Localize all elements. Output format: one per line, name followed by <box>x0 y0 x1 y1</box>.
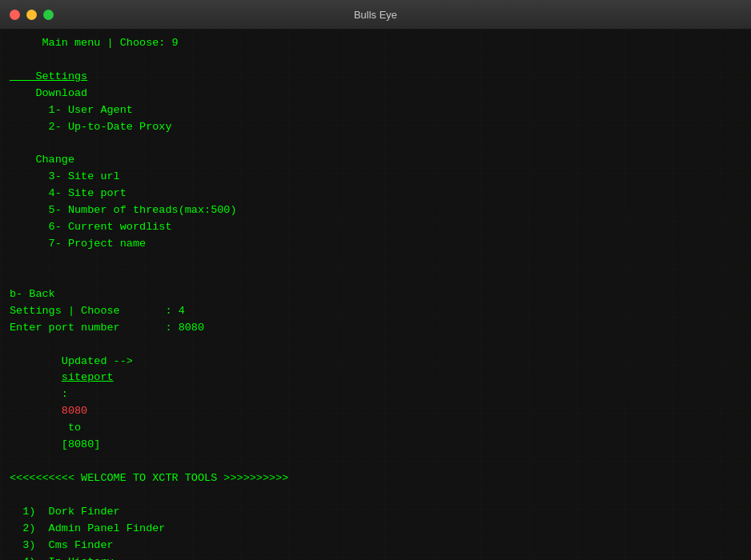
blank-line-4 <box>10 270 741 286</box>
terminal-content: Main menu | Choose: 9 Settings Download … <box>10 35 741 560</box>
menu-item-7: 7- Project name <box>10 236 741 253</box>
enter-port-line: Enter port number : 8080 <box>10 320 741 337</box>
maximize-button[interactable] <box>43 10 54 20</box>
updated-new-value: [8080] <box>62 438 101 450</box>
titlebar: Bulls Eye <box>0 0 751 29</box>
blank-line-1 <box>10 52 741 69</box>
prev-menu-line: Main menu | Choose: 9 <box>10 35 741 52</box>
settings-heading: Settings <box>10 69 741 86</box>
back-line: b- Back <box>10 286 741 303</box>
minimize-button[interactable] <box>26 10 37 20</box>
blank-line-5 <box>10 487 741 504</box>
main-window: Bulls Eye Main menu | Choose: 9 Settings… <box>0 0 751 560</box>
main-menu-item-2: 2) Admin Panel Finder <box>10 521 741 538</box>
close-button[interactable] <box>10 10 20 20</box>
blank-line-2 <box>10 136 741 153</box>
download-heading: Download <box>10 86 741 102</box>
main-menu-item-3: 3) Cms Finder <box>10 538 741 554</box>
menu-item-3: 3- Site url <box>10 169 741 186</box>
terminal-body: Main menu | Choose: 9 Settings Download … <box>0 29 751 560</box>
updated-red-value: 8080 <box>62 405 87 417</box>
updated-prefix: Updated --> <box>62 355 139 367</box>
updated-colon: : <box>62 388 74 400</box>
menu-item-5: 5- Number of threads(max:500) <box>10 202 741 219</box>
menu-item-1: 1- User Agent <box>10 102 741 119</box>
blank-line-3 <box>10 253 741 270</box>
welcome-line: <<<<<<<<<< WELCOME TO XCTR TOOLS >>>>>>>… <box>10 470 741 487</box>
menu-item-6: 6- Current wordlist <box>10 219 741 236</box>
window-controls <box>10 10 54 20</box>
window-title: Bulls Eye <box>354 9 397 21</box>
updated-siteport: siteport <box>62 371 114 383</box>
menu-item-2: 2- Up-to-Date Proxy <box>10 119 741 136</box>
main-menu-item-4: 4) Ip History <box>10 554 741 560</box>
updated-to-text: to <box>62 422 87 434</box>
main-menu-item-1: 1) Dork Finder <box>10 504 741 521</box>
updated-line: Updated --> siteport : 8080 to [8080] <box>10 337 741 470</box>
change-heading: Change <box>10 152 741 169</box>
settings-choose-line: Settings | Choose : 4 <box>10 303 741 320</box>
menu-item-4: 4- Site port <box>10 186 741 202</box>
